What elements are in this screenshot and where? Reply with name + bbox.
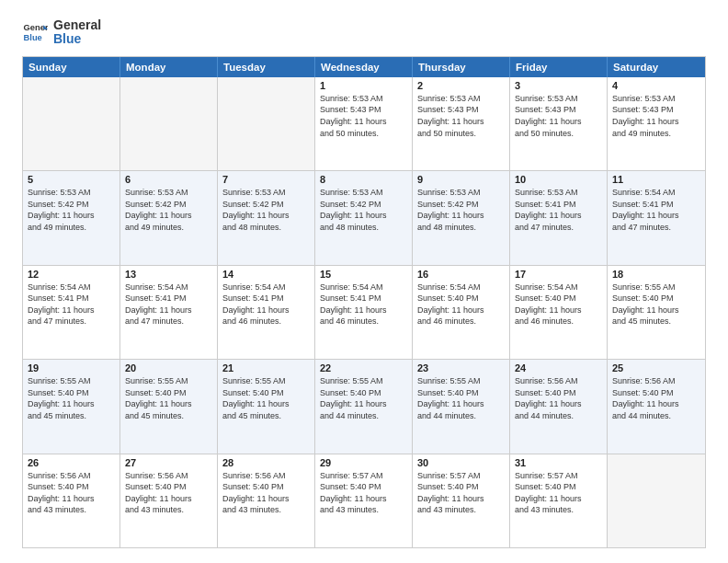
- calendar: SundayMondayTuesdayWednesdayThursdayFrid…: [22, 56, 706, 548]
- day-info: Sunrise: 5:54 AM Sunset: 5:40 PM Dayligh…: [417, 282, 505, 327]
- day-info: Sunrise: 5:56 AM Sunset: 5:40 PM Dayligh…: [612, 375, 700, 421]
- day-number: 18: [612, 269, 700, 280]
- day-number: 27: [125, 457, 212, 468]
- day-number: 14: [222, 269, 310, 280]
- day-info: Sunrise: 5:55 AM Sunset: 5:40 PM Dayligh…: [222, 375, 310, 421]
- day-info: Sunrise: 5:57 AM Sunset: 5:40 PM Dayligh…: [515, 470, 602, 516]
- logo-icon: General Blue: [22, 19, 48, 45]
- day-info: Sunrise: 5:55 AM Sunset: 5:40 PM Dayligh…: [28, 375, 115, 421]
- day-number: 21: [222, 362, 310, 373]
- day-number: 31: [515, 457, 602, 468]
- day-cell-29: 29Sunrise: 5:57 AM Sunset: 5:40 PM Dayli…: [315, 454, 413, 547]
- day-cell-2: 2Sunrise: 5:53 AM Sunset: 5:43 PM Daylig…: [413, 77, 510, 170]
- week-row-1: 1Sunrise: 5:53 AM Sunset: 5:43 PM Daylig…: [23, 77, 705, 171]
- header-day-wednesday: Wednesday: [315, 57, 413, 77]
- day-cell-1: 1Sunrise: 5:53 AM Sunset: 5:43 PM Daylig…: [315, 77, 413, 170]
- day-info: Sunrise: 5:53 AM Sunset: 5:42 PM Dayligh…: [417, 187, 505, 233]
- day-info: Sunrise: 5:54 AM Sunset: 5:41 PM Dayligh…: [320, 282, 407, 327]
- day-number: 20: [125, 362, 212, 373]
- header: General Blue General Blue: [22, 18, 706, 47]
- day-info: Sunrise: 5:53 AM Sunset: 5:43 PM Dayligh…: [612, 93, 700, 139]
- day-number: 30: [417, 457, 505, 468]
- day-info: Sunrise: 5:53 AM Sunset: 5:43 PM Dayligh…: [417, 93, 505, 139]
- day-cell-13: 13Sunrise: 5:54 AM Sunset: 5:41 PM Dayli…: [120, 266, 218, 359]
- day-number: 16: [417, 269, 505, 280]
- day-info: Sunrise: 5:53 AM Sunset: 5:42 PM Dayligh…: [222, 187, 310, 233]
- day-info: Sunrise: 5:54 AM Sunset: 5:41 PM Dayligh…: [28, 282, 115, 327]
- header-day-monday: Monday: [120, 57, 218, 77]
- day-number: 23: [417, 362, 505, 373]
- day-number: 11: [612, 174, 700, 185]
- day-cell-5: 5Sunrise: 5:53 AM Sunset: 5:42 PM Daylig…: [23, 171, 120, 264]
- day-number: 26: [28, 457, 115, 468]
- logo-line2: Blue: [53, 32, 101, 46]
- day-cell-15: 15Sunrise: 5:54 AM Sunset: 5:41 PM Dayli…: [315, 266, 413, 359]
- day-info: Sunrise: 5:54 AM Sunset: 5:41 PM Dayligh…: [222, 282, 310, 327]
- week-row-4: 19Sunrise: 5:55 AM Sunset: 5:40 PM Dayli…: [23, 360, 705, 454]
- day-number: 4: [612, 80, 700, 91]
- day-number: 28: [222, 457, 310, 468]
- day-number: 13: [125, 269, 212, 280]
- day-number: 1: [320, 80, 407, 91]
- day-number: 24: [515, 362, 602, 373]
- day-info: Sunrise: 5:55 AM Sunset: 5:40 PM Dayligh…: [612, 282, 700, 327]
- day-info: Sunrise: 5:56 AM Sunset: 5:40 PM Dayligh…: [125, 470, 212, 516]
- header-day-friday: Friday: [510, 57, 608, 77]
- header-day-saturday: Saturday: [608, 57, 705, 77]
- day-cell-3: 3Sunrise: 5:53 AM Sunset: 5:43 PM Daylig…: [510, 77, 608, 170]
- day-cell-28: 28Sunrise: 5:56 AM Sunset: 5:40 PM Dayli…: [218, 454, 315, 547]
- day-cell-23: 23Sunrise: 5:55 AM Sunset: 5:40 PM Dayli…: [413, 360, 510, 453]
- header-day-tuesday: Tuesday: [218, 57, 315, 77]
- day-info: Sunrise: 5:56 AM Sunset: 5:40 PM Dayligh…: [28, 470, 115, 516]
- day-number: 19: [28, 362, 115, 373]
- day-cell-26: 26Sunrise: 5:56 AM Sunset: 5:40 PM Dayli…: [23, 454, 120, 547]
- day-info: Sunrise: 5:56 AM Sunset: 5:40 PM Dayligh…: [222, 470, 310, 516]
- day-cell-31: 31Sunrise: 5:57 AM Sunset: 5:40 PM Dayli…: [510, 454, 608, 547]
- calendar-header: SundayMondayTuesdayWednesdayThursdayFrid…: [23, 57, 705, 77]
- day-number: 5: [28, 174, 115, 185]
- day-info: Sunrise: 5:54 AM Sunset: 5:40 PM Dayligh…: [515, 282, 602, 327]
- day-number: 8: [320, 174, 407, 185]
- day-cell-24: 24Sunrise: 5:56 AM Sunset: 5:40 PM Dayli…: [510, 360, 608, 453]
- logo-line1: General: [53, 18, 101, 32]
- day-info: Sunrise: 5:55 AM Sunset: 5:40 PM Dayligh…: [320, 375, 407, 421]
- day-info: Sunrise: 5:53 AM Sunset: 5:42 PM Dayligh…: [320, 187, 407, 233]
- svg-text:Blue: Blue: [24, 33, 42, 42]
- day-cell-11: 11Sunrise: 5:54 AM Sunset: 5:41 PM Dayli…: [608, 171, 705, 264]
- day-info: Sunrise: 5:56 AM Sunset: 5:40 PM Dayligh…: [515, 375, 602, 421]
- day-number: 17: [515, 269, 602, 280]
- day-number: 22: [320, 362, 407, 373]
- week-row-2: 5Sunrise: 5:53 AM Sunset: 5:42 PM Daylig…: [23, 171, 705, 265]
- day-cell-25: 25Sunrise: 5:56 AM Sunset: 5:40 PM Dayli…: [608, 360, 705, 453]
- day-cell-30: 30Sunrise: 5:57 AM Sunset: 5:40 PM Dayli…: [413, 454, 510, 547]
- day-info: Sunrise: 5:53 AM Sunset: 5:42 PM Dayligh…: [28, 187, 115, 233]
- day-info: Sunrise: 5:53 AM Sunset: 5:41 PM Dayligh…: [515, 187, 602, 233]
- day-cell-19: 19Sunrise: 5:55 AM Sunset: 5:40 PM Dayli…: [23, 360, 120, 453]
- day-cell-12: 12Sunrise: 5:54 AM Sunset: 5:41 PM Dayli…: [23, 266, 120, 359]
- day-cell-16: 16Sunrise: 5:54 AM Sunset: 5:40 PM Dayli…: [413, 266, 510, 359]
- empty-cell: [608, 454, 705, 547]
- day-info: Sunrise: 5:55 AM Sunset: 5:40 PM Dayligh…: [125, 375, 212, 421]
- day-number: 15: [320, 269, 407, 280]
- page: General Blue General Blue SundayMondayTu…: [0, 0, 728, 563]
- empty-cell: [23, 77, 120, 170]
- day-number: 2: [417, 80, 505, 91]
- header-day-sunday: Sunday: [23, 57, 120, 77]
- day-cell-21: 21Sunrise: 5:55 AM Sunset: 5:40 PM Dayli…: [218, 360, 315, 453]
- day-info: Sunrise: 5:57 AM Sunset: 5:40 PM Dayligh…: [320, 470, 407, 516]
- day-info: Sunrise: 5:53 AM Sunset: 5:43 PM Dayligh…: [515, 93, 602, 139]
- empty-cell: [120, 77, 218, 170]
- day-cell-17: 17Sunrise: 5:54 AM Sunset: 5:40 PM Dayli…: [510, 266, 608, 359]
- day-cell-6: 6Sunrise: 5:53 AM Sunset: 5:42 PM Daylig…: [120, 171, 218, 264]
- week-row-3: 12Sunrise: 5:54 AM Sunset: 5:41 PM Dayli…: [23, 266, 705, 360]
- day-number: 12: [28, 269, 115, 280]
- calendar-body: 1Sunrise: 5:53 AM Sunset: 5:43 PM Daylig…: [23, 77, 705, 547]
- day-number: 29: [320, 457, 407, 468]
- day-info: Sunrise: 5:54 AM Sunset: 5:41 PM Dayligh…: [612, 187, 700, 233]
- day-info: Sunrise: 5:53 AM Sunset: 5:43 PM Dayligh…: [320, 93, 407, 139]
- header-day-thursday: Thursday: [413, 57, 510, 77]
- day-cell-18: 18Sunrise: 5:55 AM Sunset: 5:40 PM Dayli…: [608, 266, 705, 359]
- day-cell-8: 8Sunrise: 5:53 AM Sunset: 5:42 PM Daylig…: [315, 171, 413, 264]
- day-info: Sunrise: 5:53 AM Sunset: 5:42 PM Dayligh…: [125, 187, 212, 233]
- day-cell-4: 4Sunrise: 5:53 AM Sunset: 5:43 PM Daylig…: [608, 77, 705, 170]
